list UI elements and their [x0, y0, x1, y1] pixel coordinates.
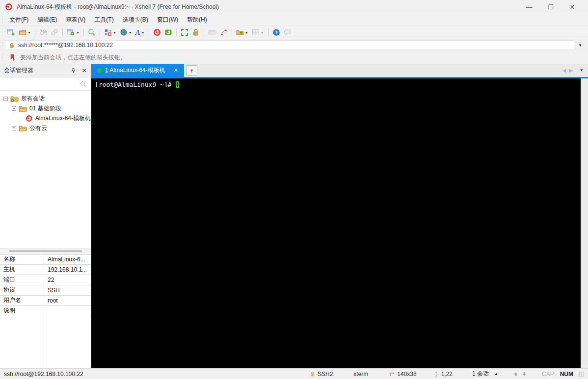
collapse-icon[interactable]: − — [12, 106, 16, 111]
folder-icon — [19, 125, 27, 131]
connected-dot-icon — [97, 68, 102, 73]
disconnect-button[interactable] — [38, 26, 49, 38]
scroll-buttons — [513, 371, 527, 377]
fullscreen-button[interactable] — [179, 26, 190, 38]
toolbar-grip[interactable] — [1, 53, 3, 62]
menu-tabs[interactable]: 选项卡(B) — [118, 14, 153, 25]
session-search-box[interactable] — [0, 77, 91, 91]
menu-file[interactable]: 文件(F) — [5, 14, 33, 25]
chat-bubble-icon — [284, 28, 292, 36]
panel-close-icon[interactable]: ✕ — [82, 67, 87, 74]
info-bar: 要添加当前会话，点击左侧的箭头按钮。 — [0, 51, 588, 64]
tree-item-folder-public-cloud[interactable]: + 公有云 — [0, 123, 91, 133]
menu-window[interactable]: 窗口(W) — [153, 14, 183, 25]
tree-item-session-almalinux[interactable]: AlmaLinux-64-模板机 — [0, 113, 91, 123]
tab-list-caret-icon[interactable]: ▼ — [580, 68, 584, 73]
help-icon: ? — [272, 28, 280, 36]
keyboard-icon — [208, 28, 216, 36]
new-tab-button[interactable]: + — [187, 65, 197, 76]
tab-close-icon[interactable]: ✕ — [174, 67, 178, 74]
fullscreen-icon — [181, 28, 188, 36]
tree-item-all-sessions[interactable]: − 所有会话 — [0, 94, 91, 103]
scroll-down-icon[interactable] — [521, 371, 527, 377]
lock-screen-button[interactable] — [190, 26, 201, 38]
terminal-screen[interactable]: [root@AlmaLinux9 ~]# — [91, 78, 588, 368]
tile-windows-button[interactable]: ▼ — [250, 26, 266, 38]
panel-splitter[interactable] — [0, 248, 91, 254]
status-protocol[interactable]: SSH2 — [310, 371, 333, 378]
prop-name-value: AlmaLinux-6... — [44, 256, 91, 263]
status-num-lock: NUM — [560, 371, 573, 378]
help-button[interactable]: ? — [271, 26, 282, 38]
pin-icon[interactable] — [71, 68, 76, 74]
disconnect-icon — [39, 28, 47, 36]
toolbar-grip[interactable] — [1, 28, 3, 37]
prop-port-label: 端口 — [0, 275, 44, 285]
status-screen-size[interactable]: 140x38 — [389, 371, 416, 378]
expand-icon[interactable]: + — [12, 126, 16, 130]
toolbar-separator — [204, 28, 204, 36]
session-manager-title: 会话管理器 — [4, 66, 33, 75]
toolbar-separator — [100, 28, 100, 36]
info-message: 要添加当前会话，点击左侧的箭头按钮。 — [20, 53, 126, 62]
menu-view[interactable]: 查看(V) — [61, 14, 90, 25]
scroll-up-icon[interactable] — [513, 371, 519, 377]
prop-username-value: root — [44, 297, 91, 304]
find-button[interactable] — [86, 26, 97, 38]
tab-number: 1 — [105, 67, 108, 74]
main-area: 会话管理器 ✕ − 所有会话 − 01 基础阶段 AlmaLinux-64-模 — [0, 64, 588, 368]
app-logo-icon — [5, 3, 13, 11]
reconnect-button[interactable] — [49, 26, 60, 38]
encoding-button[interactable]: ▼ — [118, 26, 134, 38]
status-terminal-type[interactable]: xterm — [353, 371, 368, 378]
prop-host-value: 192.168.10.1... — [44, 266, 91, 273]
prop-username-label: 用户名 — [0, 296, 44, 305]
tab-scroll-left-icon[interactable]: ◀ — [562, 68, 566, 73]
new-session-folder-button[interactable]: ▼ — [235, 26, 250, 38]
properties-empty-area — [0, 316, 91, 369]
layout-button[interactable]: ▼ — [103, 26, 118, 38]
toolbar-grip[interactable] — [1, 42, 3, 48]
splitter-handle — [9, 251, 82, 252]
resize-grip-icon[interactable] — [578, 371, 584, 377]
address-field[interactable]: ssh://root:******@192.168.10.100:22 — [5, 40, 574, 50]
new-xftp-transfer-button[interactable] — [163, 26, 174, 38]
status-session-count[interactable]: 1 会话 ▲ — [472, 370, 498, 378]
session-tree-empty-area — [0, 134, 91, 248]
address-dropdown-caret-icon[interactable]: ▼ — [574, 43, 586, 48]
tab-nav-controls: ◀ ▶ ▼ — [562, 64, 588, 77]
new-session-button[interactable] — [5, 26, 17, 38]
session-properties-button[interactable]: ▼ — [65, 26, 81, 38]
minimize-button[interactable]: — — [518, 0, 540, 13]
toolbar: ▼ ▼ ▼ ▼ A ▼ — [0, 25, 588, 39]
terminal-scrollbar[interactable] — [581, 78, 588, 368]
menu-tools[interactable]: 工具(T) — [90, 14, 118, 25]
tree-item-folder-01[interactable]: − 01 基础阶段 — [0, 103, 91, 113]
tab-scroll-right-icon[interactable]: ▶ — [569, 68, 573, 73]
table-row: 端口 22 — [0, 275, 91, 285]
compose-pen-button[interactable] — [218, 26, 229, 38]
font-icon: A — [135, 29, 140, 36]
table-row: 协议 SSH — [0, 285, 91, 296]
session-properties-icon — [67, 28, 75, 36]
menu-help[interactable]: 帮助(H) — [183, 14, 212, 25]
font-button[interactable]: A ▼ — [134, 26, 146, 38]
status-cursor-position[interactable]: 1,22 — [433, 371, 453, 378]
new-xshell-window-button[interactable] — [152, 26, 162, 38]
title-bar: AlmaLinux-64-模板机 - root@AlmaLinux9:~ - X… — [0, 0, 588, 14]
toolbar-grip[interactable] — [1, 16, 3, 24]
session-manager-header: 会话管理器 ✕ — [0, 64, 91, 77]
menu-edit[interactable]: 编辑(E) — [33, 14, 61, 25]
lock-icon — [192, 28, 200, 36]
feedback-button[interactable] — [282, 26, 293, 38]
tab-almalinux[interactable]: 1 AlmaLinux-64-模板机 ✕ — [91, 64, 184, 77]
session-manager-panel: 会话管理器 ✕ − 所有会话 − 01 基础阶段 AlmaLinux-64-模 — [0, 64, 91, 368]
virtual-keyboard-button[interactable] — [207, 26, 218, 38]
dropdown-caret-icon: ▼ — [27, 31, 31, 34]
open-sessions-button[interactable]: ▼ — [17, 26, 32, 38]
close-button[interactable]: ✕ — [561, 0, 583, 13]
collapse-icon[interactable]: − — [3, 97, 8, 101]
prop-port-value: 22 — [44, 277, 91, 283]
maximize-button[interactable]: ☐ — [540, 0, 561, 13]
pen-icon — [220, 28, 228, 36]
